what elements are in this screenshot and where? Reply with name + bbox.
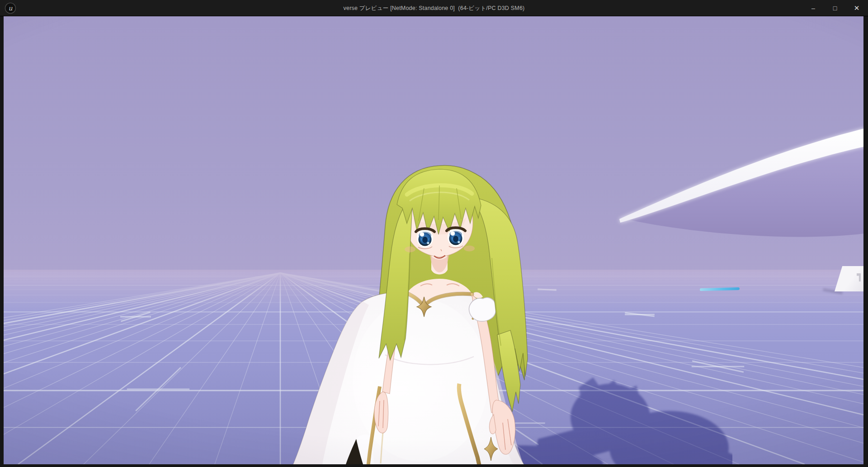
arm-frill-band — [469, 298, 496, 321]
white-canopy-disc — [615, 122, 863, 258]
maximize-button[interactable]: □ — [830, 3, 840, 14]
app-window: u verse プレビュー [NetMode: Standalone 0] (6… — [0, 0, 868, 467]
titlebar[interactable]: u verse プレビュー [NetMode: Standalone 0] (6… — [0, 0, 868, 16]
window-title: verse プレビュー [NetMode: Standalone 0] (64-… — [0, 0, 868, 16]
unreal-engine-logo-icon: u — [5, 2, 16, 14]
svg-text:u: u — [8, 5, 13, 12]
white-box — [835, 266, 863, 291]
minimize-button[interactable]: – — [808, 3, 818, 14]
close-button[interactable]: ✕ — [852, 3, 862, 14]
game-viewport[interactable] — [4, 16, 863, 464]
anime-girl-character — [271, 163, 552, 464]
window-controls: – □ ✕ — [808, 0, 862, 16]
